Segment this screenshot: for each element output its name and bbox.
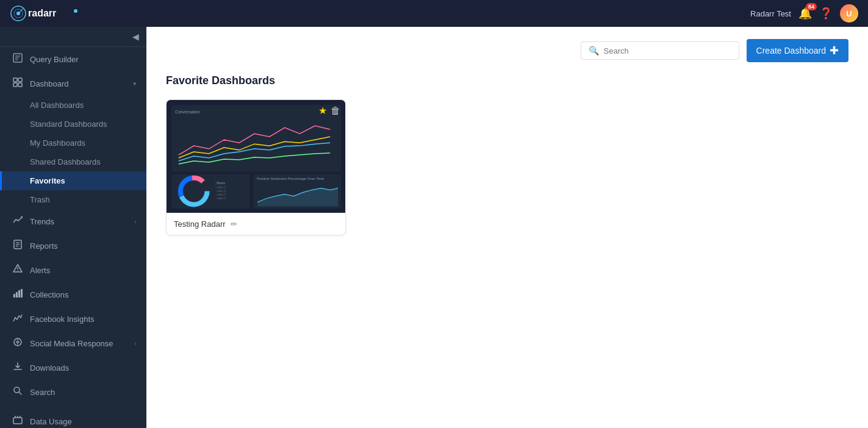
svg-point-47 [187, 184, 201, 199]
svg-text:▪ Item 4: ▪ Item 4 [216, 197, 226, 200]
create-dashboard-label: Create Dashboard [756, 46, 826, 55]
trends-chevron: › [134, 218, 137, 225]
svg-rect-10 [13, 78, 17, 82]
svg-rect-22 [16, 292, 18, 298]
svg-line-30 [19, 392, 21, 394]
sidebar-item-shared-dashboards[interactable]: Shared Dashboards [0, 152, 146, 171]
help-button[interactable]: ❓ [819, 7, 833, 20]
svg-rect-21 [13, 294, 15, 298]
favorite-star-button[interactable]: ★ [318, 105, 327, 116]
notifications-button[interactable]: 🔔 84 [798, 7, 812, 20]
dashboard-icon [12, 77, 24, 90]
section-title: Favorite Dashboards [166, 74, 848, 87]
downloads-icon [12, 362, 24, 374]
svg-text:radarr: radarr [28, 8, 56, 18]
top-header: radarr Radarr Test 🔔 84 ❓ U [0, 0, 868, 27]
search-sidebar-label: Search [30, 388, 137, 397]
sidebar-item-all-dashboards[interactable]: All Dashboards [0, 96, 146, 115]
svg-rect-42 [171, 174, 250, 209]
sidebar-item-reports[interactable]: Reports [0, 234, 146, 258]
data-usage-icon [12, 415, 24, 427]
sidebar-item-search[interactable]: Search [0, 380, 146, 404]
search-box[interactable]: 🔍 [581, 41, 739, 60]
svg-rect-23 [18, 290, 20, 298]
svg-rect-40 [171, 105, 341, 172]
sidebar-item-trash[interactable]: Trash [0, 190, 146, 209]
svg-point-5 [74, 9, 77, 13]
create-dashboard-plus-icon: ✚ [830, 44, 839, 57]
sidebar-collapse-button[interactable]: ◀ [132, 32, 139, 41]
user-avatar-button[interactable]: U [840, 4, 858, 23]
dashboard-chevron: ▾ [133, 80, 137, 88]
sidebar-item-data-usage[interactable]: Data Usage [0, 409, 146, 428]
svg-text:▪ Item 2: ▪ Item 2 [216, 190, 226, 193]
sidebar-item-standard-dashboards[interactable]: Standard Dashboards [0, 115, 146, 134]
sidebar-item-query-builder[interactable]: Query Builder [0, 47, 146, 71]
card-preview-svg: Conversation [167, 100, 345, 213]
dashboard-submenu: All Dashboards Standard Dashboards My Da… [0, 96, 146, 209]
main-content: 🔍 Create Dashboard ✚ Favorite Dashboards [146, 0, 868, 428]
social-media-response-icon [12, 337, 24, 349]
facebook-insights-icon [12, 313, 24, 325]
card-preview: Conversation [167, 100, 345, 213]
svg-rect-11 [18, 78, 22, 82]
svg-rect-24 [21, 289, 23, 298]
downloads-label: Downloads [30, 363, 137, 373]
svg-text:Positive Sentiment Percentage : Positive Sentiment Percentage Over Time [257, 177, 325, 180]
header-right: Radarr Test 🔔 84 ❓ U [750, 4, 858, 23]
delete-card-button[interactable]: 🗑 [331, 105, 340, 116]
collections-label: Collections [30, 290, 137, 299]
sidebar-item-alerts[interactable]: Alerts [0, 258, 146, 282]
svg-point-20 [17, 270, 18, 271]
query-builder-icon [12, 53, 24, 65]
query-builder-label: Query Builder [30, 55, 137, 64]
svg-text:▪ Item 3: ▪ Item 3 [216, 193, 226, 196]
dashboard-label: Dashboard [30, 79, 127, 88]
svg-text:▪ Item 1: ▪ Item 1 [216, 186, 226, 189]
social-media-response-chevron: › [134, 340, 137, 347]
edit-dashboard-icon[interactable]: ✏ [231, 219, 237, 229]
sidebar-item-favorites[interactable]: Favorites [0, 171, 146, 190]
sidebar-item-facebook-insights[interactable]: Facebook Insights [0, 307, 146, 331]
svg-point-25 [15, 317, 16, 318]
reports-label: Reports [30, 241, 137, 251]
alerts-label: Alerts [30, 266, 137, 275]
sidebar-item-dashboard[interactable]: Dashboard ▾ [0, 71, 146, 96]
create-dashboard-button[interactable]: Create Dashboard ✚ [747, 39, 848, 62]
svg-rect-13 [18, 83, 22, 87]
dashboards-grid: Conversation [166, 99, 848, 235]
sidebar-item-trends[interactable]: Trends › [0, 209, 146, 234]
data-usage-label: Data Usage [30, 417, 137, 426]
search-sidebar-icon [12, 386, 24, 398]
logo: radarr [10, 5, 83, 22]
reports-icon [12, 240, 24, 252]
svg-rect-12 [13, 83, 17, 87]
sidebar-item-my-dashboards[interactable]: My Dashboards [0, 134, 146, 152]
logo-svg: radarr [10, 5, 83, 22]
notification-badge: 84 [806, 3, 817, 10]
username-label: Radarr Test [750, 9, 791, 18]
alerts-icon [12, 264, 24, 276]
dashboard-card-name: Testing Radarr [174, 219, 226, 229]
trends-label: Trends [30, 217, 128, 226]
sidebar-collapse-area: ◀ [0, 27, 146, 47]
sidebar-item-collections[interactable]: Collections [0, 282, 146, 307]
search-input[interactable] [604, 46, 731, 55]
sidebar: ◀ Query Builder Dashboard ▾ All Dashb [0, 0, 146, 428]
toolbar: 🔍 Create Dashboard ✚ [166, 39, 848, 62]
card-actions: ★ 🗑 [318, 105, 340, 116]
sidebar-item-downloads[interactable]: Downloads [0, 355, 146, 380]
facebook-insights-label: Facebook Insights [30, 315, 137, 324]
sidebar-item-social-media-response[interactable]: Social Media Response › [0, 331, 146, 355]
svg-text:Conversation: Conversation [175, 110, 200, 114]
dashboard-card-testing-radarr[interactable]: Conversation [166, 99, 346, 235]
collections-icon [12, 288, 24, 301]
card-footer: Testing Radarr ✏ [167, 213, 345, 235]
social-media-response-label: Social Media Response [30, 339, 128, 348]
main-inner: 🔍 Create Dashboard ✚ Favorite Dashboards [146, 27, 868, 248]
search-icon: 🔍 [589, 46, 599, 55]
trends-icon [12, 215, 24, 227]
svg-rect-31 [13, 418, 22, 424]
svg-text:Share: Share [216, 181, 225, 185]
